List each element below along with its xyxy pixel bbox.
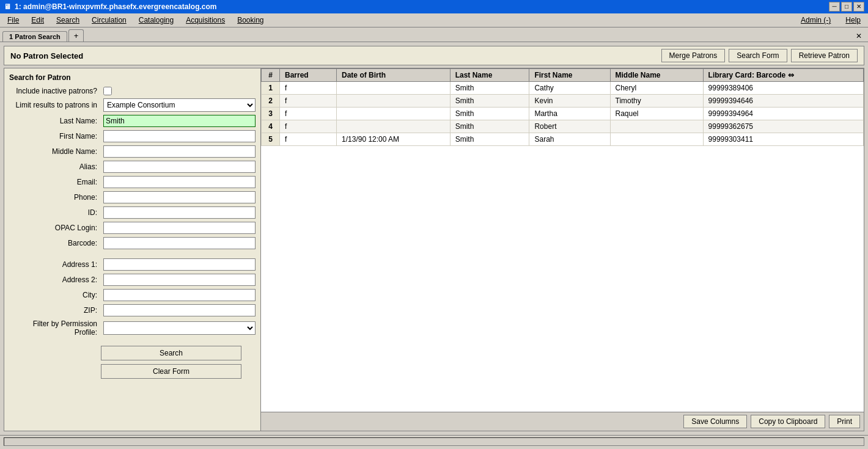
print-button[interactable]: Print [829,415,860,428]
menu-edit[interactable]: Edit [26,15,49,26]
tab-add-button[interactable]: + [68,29,84,42]
results-table-wrap[interactable]: # Barred Date of Birth Last Name First N… [261,68,864,412]
window-controls: ─ □ ✕ [829,2,864,12]
cell-barred: f [280,95,337,108]
cell-num: 3 [262,108,280,120]
menu-acquisitions[interactable]: Acquisitions [181,15,230,26]
address2-input[interactable] [103,274,256,286]
limit-results-label: Limit results to patrons in [9,101,101,109]
results-tbody: 1 f Smith Cathy Cheryl 99999389406 2 f S… [262,82,864,146]
menu-search[interactable]: Search [51,15,84,26]
cell-barcode: 99999394646 [703,95,863,108]
address1-input[interactable] [103,258,256,271]
form-buttons: Search Clear Form [9,346,256,379]
cell-middle-name: Timothy [610,95,703,108]
cell-middle-name [610,133,703,146]
alias-input[interactable] [103,161,256,173]
table-row[interactable]: 3 f Smith Martha Raquel 99999394964 [262,108,864,120]
results-panel: # Barred Date of Birth Last Name First N… [261,68,864,431]
permission-profile-select[interactable] [103,321,256,335]
tab-patron-search-label: 1 Patron Search [9,33,61,40]
address1-label: Address 1: [9,260,101,269]
title-bar-title: 🖥 1: admin@BR1-winxpvmfx.phasefx.evergre… [4,2,216,11]
search-button[interactable]: Search [101,346,241,360]
cell-middle-name [610,120,703,133]
phone-input[interactable] [103,191,256,203]
email-label: Email: [9,178,101,186]
menu-file[interactable]: File [2,15,24,26]
include-inactive-label: Include inactive patrons? [9,87,101,95]
menu-help[interactable]: Help [840,15,866,26]
cell-num: 2 [262,95,280,108]
search-form-button[interactable]: Search Form [729,49,787,62]
cell-barcode: 99999362675 [703,120,863,133]
title-icon: 🖥 [4,2,11,11]
last-name-label: Last Name: [9,117,101,125]
col-dob[interactable]: Date of Birth [337,69,451,82]
opac-login-input[interactable] [103,222,256,234]
main-content: No Patron Selected Merge Patrons Search … [0,42,868,435]
id-label: ID: [9,208,101,217]
col-num[interactable]: # [262,69,280,82]
cell-barcode: 99999303411 [703,133,863,146]
email-row: Email: [9,176,256,188]
table-row[interactable]: 1 f Smith Cathy Cheryl 99999389406 [262,82,864,95]
middle-name-input[interactable] [103,145,256,158]
col-last-name[interactable]: Last Name [450,69,529,82]
table-row[interactable]: 2 f Smith Kevin Timothy 99999394646 [262,95,864,108]
restore-button[interactable]: □ [841,2,852,12]
col-barred[interactable]: Barred [280,69,337,82]
menu-cataloging[interactable]: Cataloging [134,15,178,26]
cell-first-name: Martha [529,108,610,120]
last-name-input[interactable] [103,115,256,127]
tab-patron-search[interactable]: 1 Patron Search [2,31,67,42]
city-row: City: [9,289,256,301]
alias-row: Alias: [9,161,256,173]
limit-results-select[interactable]: Example Consortium [103,98,256,112]
middle-name-label: Middle Name: [9,147,101,156]
cell-num: 4 [262,120,280,133]
save-columns-button[interactable]: Save Columns [683,415,747,428]
tab-bar: 1 Patron Search + ✕ [0,27,868,42]
menu-circulation[interactable]: Circulation [87,15,131,26]
merge-patrons-button[interactable]: Merge Patrons [661,49,726,62]
top-bar: No Patron Selected Merge Patrons Search … [4,46,864,65]
cell-barred: f [280,82,337,95]
table-row[interactable]: 5 f 1/13/90 12:00 AM Smith Sarah 9999930… [262,133,864,146]
email-input[interactable] [103,176,256,188]
opac-login-label: OPAC Login: [9,224,101,232]
menu-booking[interactable]: Booking [232,15,268,26]
body-area: Search for Patron Include inactive patro… [4,68,864,431]
table-row[interactable]: 4 f Smith Robert 99999362675 [262,120,864,133]
cell-num: 1 [262,82,280,95]
copy-to-clipboard-button[interactable]: Copy to Clipboard [751,415,825,428]
id-row: ID: [9,206,256,219]
id-input[interactable] [103,206,256,219]
menu-bar-right: Admin (-) Help [796,15,866,26]
col-barcode[interactable]: Library Card: Barcode ⇔ [703,69,863,82]
first-name-input[interactable] [103,130,256,142]
city-input[interactable] [103,289,256,301]
phone-row: Phone: [9,191,256,203]
tab-close-button[interactable]: ✕ [852,31,866,42]
retrieve-patron-button[interactable]: Retrieve Patron [791,49,858,62]
bottom-bar: Save Columns Copy to Clipboard Print [261,412,864,431]
phone-label: Phone: [9,193,101,202]
include-inactive-checkbox[interactable] [103,87,112,95]
cell-num: 5 [262,133,280,146]
patron-status-label: No Patron Selected [10,51,83,60]
menu-admin[interactable]: Admin (-) [796,15,836,26]
col-middle-name[interactable]: Middle Name [610,69,703,82]
minimize-button[interactable]: ─ [829,2,840,12]
zip-input[interactable] [103,304,256,316]
barcode-input[interactable] [103,237,256,249]
close-button[interactable]: ✕ [853,2,864,12]
cell-first-name: Robert [529,120,610,133]
clear-form-button[interactable]: Clear Form [101,364,241,379]
search-panel-title: Search for Patron [9,73,256,82]
title-bar: 🖥 1: admin@BR1-winxpvmfx.phasefx.evergre… [0,0,868,13]
last-name-row: Last Name: [9,115,256,127]
cell-middle-name: Cheryl [610,82,703,95]
search-panel: Search for Patron Include inactive patro… [4,68,261,431]
col-first-name[interactable]: First Name [529,69,610,82]
